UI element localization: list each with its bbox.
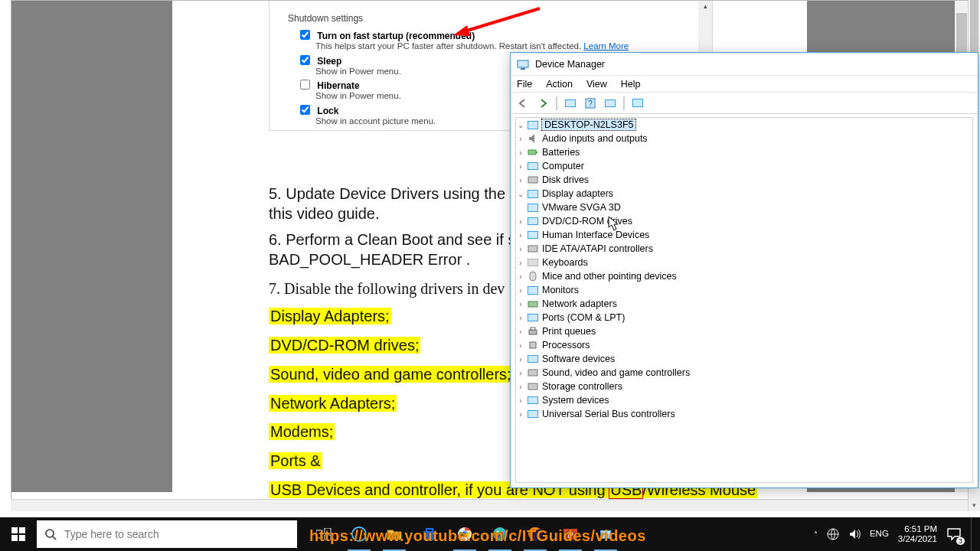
page-gutter-left bbox=[11, 1, 172, 492]
tree-node[interactable]: ›Processors bbox=[516, 338, 972, 352]
tree-twisty-icon[interactable]: › bbox=[516, 148, 525, 157]
tree-leaf[interactable]: VMware SVGA 3D bbox=[516, 201, 972, 214]
tree-node-label: Keyboards bbox=[542, 257, 588, 268]
start-button[interactable] bbox=[0, 517, 37, 551]
help-button[interactable]: ? bbox=[581, 95, 599, 112]
opt-hibernate[interactable]: Hibernate Show in Power menu. bbox=[300, 80, 401, 100]
show-desktop-button[interactable] bbox=[971, 517, 975, 551]
properties-button[interactable] bbox=[561, 95, 580, 112]
tree-node[interactable]: ›DVD/CD-ROM drives bbox=[516, 214, 972, 228]
tree-node[interactable]: ›Ports (COM & LPT) bbox=[516, 311, 972, 324]
svg-rect-13 bbox=[529, 330, 537, 334]
tree-node[interactable]: ⌄Display adapters bbox=[516, 187, 972, 201]
horizontal-scrollbar[interactable] bbox=[11, 499, 969, 511]
tree-node[interactable]: ›Keyboards bbox=[516, 256, 972, 269]
scan-button[interactable] bbox=[601, 95, 619, 112]
tree-node-label: Human Interface Devices bbox=[542, 230, 649, 240]
tree-twisty-icon[interactable]: › bbox=[516, 355, 525, 364]
network-icon[interactable] bbox=[827, 528, 839, 540]
sleep-checkbox[interactable] bbox=[300, 55, 310, 65]
hibernate-checkbox[interactable] bbox=[300, 80, 310, 90]
category-icon bbox=[527, 187, 539, 200]
device-tree[interactable]: ⌄DESKTOP-N2LS3F5›Audio inputs and output… bbox=[515, 117, 973, 483]
tree-node-label: Network adapters bbox=[542, 298, 617, 309]
category-icon bbox=[527, 325, 539, 337]
tree-twisty-icon[interactable]: ⌄ bbox=[516, 121, 525, 129]
tree-node-label: Ports (COM & LPT) bbox=[542, 312, 625, 323]
tree-node[interactable]: ›IDE ATA/ATAPI controllers bbox=[516, 242, 972, 256]
tree-root-label[interactable]: DESKTOP-N2LS3F5 bbox=[542, 119, 635, 130]
tree-twisty-icon[interactable]: › bbox=[516, 245, 525, 253]
menu-action[interactable]: Action bbox=[544, 78, 574, 90]
menu-view[interactable]: View bbox=[585, 78, 609, 90]
forward-button[interactable] bbox=[534, 95, 552, 112]
opt-lock[interactable]: Lock Show in account picture menu. bbox=[300, 105, 436, 126]
svg-text:?: ? bbox=[588, 99, 593, 108]
tree-node-label: Monitors bbox=[542, 285, 579, 295]
opt-fast-startup[interactable]: Turn on fast startup (recommended) This … bbox=[300, 30, 629, 51]
svg-rect-3 bbox=[521, 68, 525, 70]
action-center-button[interactable]: 3 bbox=[946, 527, 962, 542]
tree-twisty-icon[interactable]: ⌄ bbox=[516, 190, 525, 198]
tree-node[interactable]: ›Sound, video and game controllers bbox=[516, 366, 972, 380]
tree-node[interactable]: ›Disk drives bbox=[516, 173, 972, 187]
tree-twisty-icon[interactable]: › bbox=[516, 176, 525, 184]
windows-logo-icon bbox=[11, 527, 25, 541]
svg-rect-2 bbox=[518, 60, 528, 67]
tree-node[interactable]: ›Storage controllers bbox=[516, 380, 972, 393]
tree-node[interactable]: ›Mice and other pointing devices bbox=[516, 269, 972, 283]
tree-twisty-icon[interactable]: › bbox=[516, 383, 525, 391]
svg-rect-14 bbox=[531, 328, 535, 330]
tree-node[interactable]: ›Network adapters bbox=[516, 297, 972, 311]
tree-twisty-icon[interactable]: › bbox=[516, 286, 525, 295]
show-hidden-button[interactable] bbox=[629, 95, 647, 112]
tree-twisty-icon[interactable]: › bbox=[516, 314, 525, 322]
tree-twisty-icon[interactable]: › bbox=[516, 259, 525, 267]
tree-node[interactable]: ›Computer bbox=[516, 159, 972, 173]
tray-chevron-icon[interactable]: ˄ bbox=[814, 530, 818, 539]
tree-twisty-icon[interactable]: › bbox=[516, 341, 525, 350]
tree-node-label: Audio inputs and outputs bbox=[542, 133, 648, 144]
svg-rect-7 bbox=[536, 152, 537, 153]
category-icon bbox=[527, 174, 539, 186]
learn-more-link[interactable]: Learn More bbox=[583, 41, 629, 51]
menu-help[interactable]: Help bbox=[619, 78, 642, 90]
tree-node[interactable]: ›Universal Serial Bus controllers bbox=[516, 407, 972, 421]
tray-language[interactable]: ENG bbox=[870, 529, 889, 539]
tree-twisty-icon[interactable]: › bbox=[516, 162, 525, 171]
tree-twisty-icon[interactable]: › bbox=[516, 410, 525, 419]
menubar: File Action View Help bbox=[511, 76, 978, 93]
svg-rect-12 bbox=[528, 302, 537, 307]
tree-node[interactable]: ›System devices bbox=[516, 393, 972, 407]
tree-node[interactable]: ›Software devices bbox=[516, 352, 972, 366]
tree-node[interactable]: ›Monitors bbox=[516, 283, 972, 297]
tree-twisty-icon[interactable]: › bbox=[516, 231, 525, 240]
volume-icon[interactable] bbox=[848, 528, 861, 540]
tree-twisty-icon[interactable]: › bbox=[516, 300, 525, 308]
tree-twisty-icon[interactable]: › bbox=[516, 396, 525, 405]
tray-clock[interactable]: 6:51 PM3/24/2021 bbox=[898, 524, 937, 544]
titlebar[interactable]: Device Manager bbox=[511, 53, 978, 76]
tree-node[interactable]: ›Human Interface Devices bbox=[516, 228, 972, 242]
category-icon bbox=[527, 367, 539, 379]
tree-node[interactable]: ›Batteries bbox=[516, 145, 972, 159]
menu-file[interactable]: File bbox=[515, 78, 534, 90]
back-button[interactable] bbox=[514, 95, 532, 112]
category-icon bbox=[527, 229, 539, 241]
tree-leaf-label: VMware SVGA 3D bbox=[542, 202, 621, 213]
opt-sleep[interactable]: Sleep Show in Power menu. bbox=[300, 55, 401, 76]
tree-twisty-icon[interactable]: › bbox=[516, 328, 525, 336]
taskbar-search[interactable]: Type here to search bbox=[37, 520, 297, 548]
tree-twisty-icon[interactable]: › bbox=[516, 272, 525, 281]
category-icon bbox=[527, 380, 539, 393]
tree-twisty-icon[interactable]: › bbox=[516, 217, 525, 226]
tree-node[interactable]: ›Audio inputs and outputs bbox=[516, 132, 972, 145]
tree-twisty-icon[interactable]: › bbox=[516, 369, 525, 377]
svg-rect-10 bbox=[528, 259, 538, 266]
fast-startup-checkbox[interactable] bbox=[300, 30, 310, 40]
tree-node[interactable]: ›Print queues bbox=[516, 324, 972, 338]
tree-twisty-icon[interactable]: › bbox=[516, 135, 525, 143]
category-icon bbox=[527, 160, 539, 172]
lock-label: Lock bbox=[317, 106, 338, 116]
lock-checkbox[interactable] bbox=[300, 105, 310, 115]
